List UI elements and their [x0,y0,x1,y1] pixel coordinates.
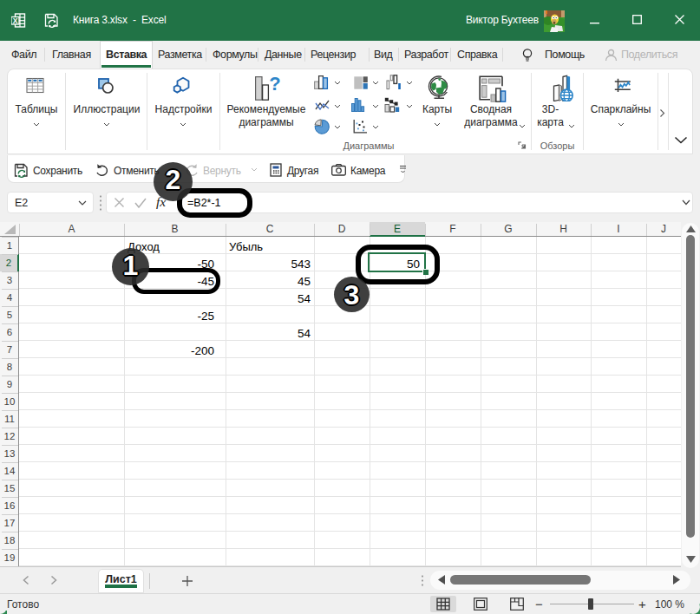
svg-text:X: X [13,16,18,25]
svg-text:?: ? [269,75,280,95]
